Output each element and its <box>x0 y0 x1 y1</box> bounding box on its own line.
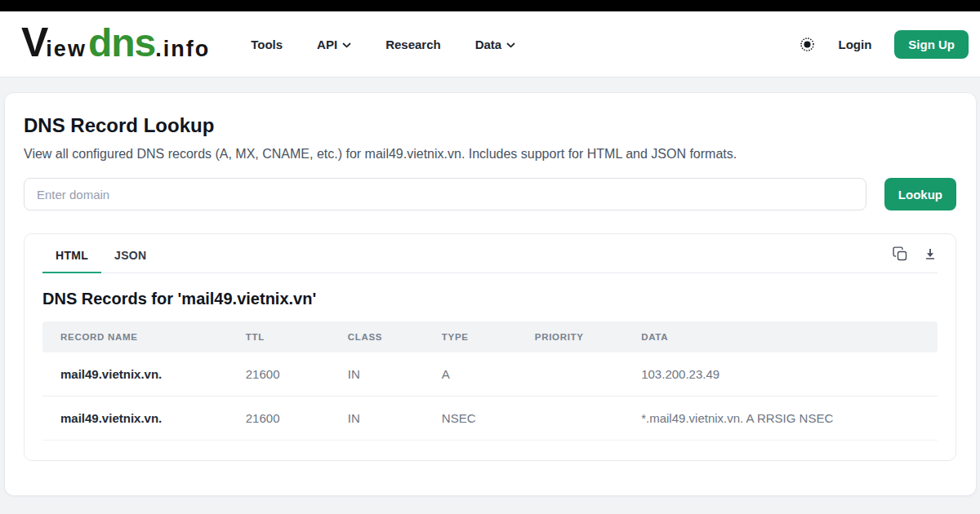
cell-data: 103.200.23.49 <box>641 352 938 397</box>
table-row: mail49.vietnix.vn. 21600 IN NSEC *.mail4… <box>42 397 938 441</box>
results-tabs: HTML JSON <box>42 241 938 273</box>
lookup-button[interactable]: Lookup <box>884 178 956 210</box>
login-link[interactable]: Login <box>839 38 872 51</box>
cell-class: IN <box>348 397 442 441</box>
results-heading: DNS Records for 'mail49.vietnix.vn' <box>42 290 938 308</box>
chevron-down-icon <box>506 42 515 48</box>
cell-record-name: mail49.vietnix.vn. <box>42 352 246 397</box>
results-actions <box>892 246 938 268</box>
header-actions: Login Sign Up <box>799 30 973 59</box>
results-panel: HTML JSON DNS Records for 'mail49.viet <box>24 233 956 461</box>
nav-item-label: Data <box>475 38 502 51</box>
nav-item-label: Research <box>385 38 441 51</box>
nav-item-research[interactable]: Research <box>385 38 441 51</box>
col-ttl: TTL <box>246 321 348 352</box>
table-header-row: RECORD NAME TTL CLASS TYPE PRIORITY DATA <box>42 321 938 352</box>
col-priority: PRIORITY <box>535 321 641 352</box>
cell-ttl: 21600 <box>246 397 348 441</box>
copy-icon[interactable] <box>892 246 908 262</box>
col-class: CLASS <box>348 321 442 352</box>
cell-record-name: mail49.vietnix.vn. <box>42 397 246 441</box>
logo-part-iew: iew <box>46 37 87 62</box>
cell-priority <box>535 397 641 441</box>
site-header: V iew dns .info Tools API Research Data <box>0 11 980 78</box>
dns-lookup-card: DNS Record Lookup View all configured DN… <box>4 92 977 496</box>
nav-item-label: API <box>317 38 337 51</box>
nav-item-data[interactable]: Data <box>475 38 516 51</box>
cell-data: *.mail49.vietnix.vn. A RRSIG NSEC <box>641 397 938 441</box>
cell-priority <box>535 352 641 397</box>
top-black-bar <box>0 0 980 11</box>
page-description: View all configured DNS records (A, MX, … <box>24 147 956 162</box>
download-icon[interactable] <box>923 246 938 262</box>
domain-input[interactable] <box>24 178 866 210</box>
tab-json[interactable]: JSON <box>101 241 159 273</box>
nav-item-api[interactable]: API <box>317 38 351 51</box>
lookup-form: Lookup <box>24 178 956 210</box>
cell-class: IN <box>348 352 442 397</box>
nav-item-label: Tools <box>251 38 283 51</box>
logo-part-info: .info <box>155 37 210 62</box>
cell-type: A <box>442 352 535 397</box>
col-type: TYPE <box>442 321 535 352</box>
cell-type: NSEC <box>442 397 535 441</box>
col-record-name: RECORD NAME <box>42 321 246 352</box>
dns-records-table: RECORD NAME TTL CLASS TYPE PRIORITY DATA… <box>42 321 938 441</box>
site-logo[interactable]: V iew dns .info <box>21 26 210 62</box>
page-title: DNS Record Lookup <box>24 114 956 137</box>
cell-ttl: 21600 <box>246 352 348 397</box>
nav-item-tools[interactable]: Tools <box>251 38 283 51</box>
logo-part-v: V <box>21 26 46 59</box>
table-row: mail49.vietnix.vn. 21600 IN A 103.200.23… <box>42 352 938 397</box>
col-data: DATA <box>641 321 938 352</box>
chevron-down-icon <box>342 42 351 48</box>
theme-toggle-sun-icon[interactable] <box>799 36 816 53</box>
signup-button[interactable]: Sign Up <box>894 30 969 59</box>
logo-part-dns: dns <box>88 28 155 59</box>
tab-html[interactable]: HTML <box>42 241 101 273</box>
main-nav: Tools API Research Data <box>251 38 515 51</box>
